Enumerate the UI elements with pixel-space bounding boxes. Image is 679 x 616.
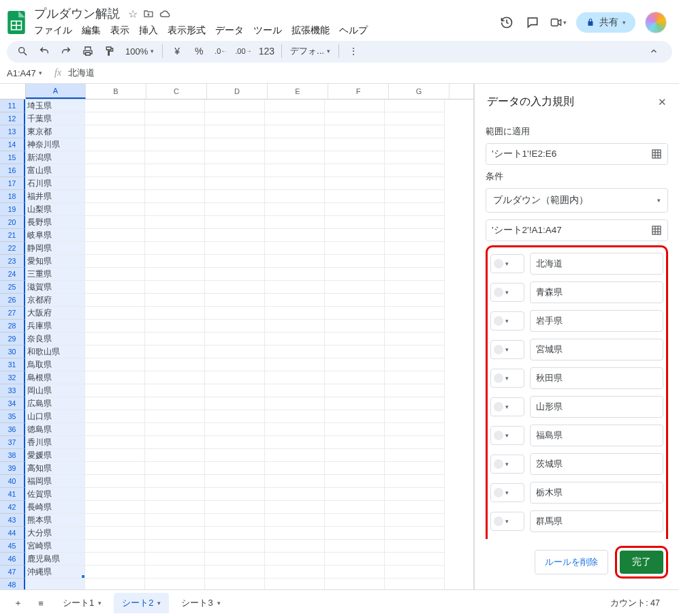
cell[interactable] [325,229,385,242]
cell[interactable] [325,358,385,371]
cell[interactable] [85,514,145,527]
search-icon[interactable] [15,44,30,59]
grid-row[interactable]: 47沖縄県 [0,566,473,579]
row-header[interactable]: 36 [0,423,25,436]
cell[interactable] [205,566,265,579]
cell[interactable] [205,99,265,112]
col-header-G[interactable]: G [389,84,449,99]
cell[interactable]: 愛知県 [25,255,85,268]
grid-row[interactable]: 17石川県 [0,177,473,190]
cell[interactable] [385,177,445,190]
cell[interactable] [265,281,325,294]
decrease-decimal-icon[interactable]: .0← [213,44,228,59]
cell[interactable] [205,333,265,345]
cell[interactable] [265,384,325,397]
cell[interactable] [265,151,325,164]
cell[interactable] [325,125,385,138]
print-icon[interactable] [80,44,95,59]
row-header[interactable]: 40 [0,475,25,488]
sheets-logo[interactable] [7,10,26,35]
cell[interactable] [145,449,205,462]
cell[interactable] [145,488,205,501]
cell[interactable] [385,281,445,294]
cell[interactable] [85,203,145,216]
row-header[interactable]: 35 [0,410,25,423]
grid-row[interactable]: 48 [0,579,473,589]
cell[interactable] [85,397,145,410]
cell[interactable] [265,449,325,462]
cell[interactable]: 熊本県 [25,514,85,527]
cell[interactable]: 岡山県 [25,384,85,397]
cell[interactable] [85,151,145,164]
cell[interactable]: 宮崎県 [25,540,85,553]
menu-help[interactable]: ヘルプ [339,25,368,37]
cell[interactable] [325,99,385,112]
cell[interactable]: 広島県 [25,397,85,410]
row-header[interactable]: 16 [0,164,25,177]
cell[interactable] [325,488,385,501]
grid-row[interactable]: 20長野県 [0,216,473,229]
cell[interactable]: 石川県 [25,177,85,190]
option-value-input[interactable]: 福島県 [530,425,663,446]
cell[interactable] [145,540,205,553]
cell[interactable]: 神奈川県 [25,138,85,151]
cell[interactable] [205,255,265,268]
cell[interactable] [205,281,265,294]
row-header[interactable]: 44 [0,527,25,540]
col-header-A[interactable]: A [26,84,86,99]
zoom-select[interactable]: 100%▾ [124,46,155,57]
cell[interactable] [205,229,265,242]
delete-rule-button[interactable]: ルールを削除 [535,550,608,574]
row-header[interactable]: 21 [0,229,25,242]
cell[interactable] [145,164,205,177]
option-value-input[interactable]: 栃木県 [530,482,663,504]
move-icon[interactable] [143,8,154,19]
cell[interactable]: 和歌山県 [25,345,85,358]
row-header[interactable]: 43 [0,514,25,527]
cell[interactable] [325,268,385,281]
menu-edit[interactable]: 編集 [82,25,101,37]
condition-select[interactable]: プルダウン（範囲内）▾ [486,188,668,213]
cell[interactable] [385,333,445,345]
cell[interactable] [385,307,445,320]
collapse-toolbar-icon[interactable] [646,44,664,59]
grid-row[interactable]: 19山梨県 [0,203,473,216]
row-header[interactable]: 27 [0,307,25,320]
row-header[interactable]: 41 [0,488,25,501]
cell[interactable] [145,268,205,281]
cell[interactable] [325,566,385,579]
cell[interactable] [385,423,445,436]
menu-extensions[interactable]: 拡張機能 [291,25,330,37]
option-color-chip[interactable]: ▾ [490,512,524,531]
cell[interactable] [385,553,445,566]
cell[interactable] [145,333,205,345]
cell[interactable] [205,488,265,501]
cell[interactable] [85,579,145,589]
cell[interactable] [385,125,445,138]
cell[interactable] [205,151,265,164]
cell[interactable] [145,397,205,410]
cell[interactable] [325,449,385,462]
cell[interactable] [265,255,325,268]
grid-row[interactable]: 35山口県 [0,410,473,423]
currency-icon[interactable]: ¥ [170,44,185,59]
cell[interactable] [325,397,385,410]
grid[interactable]: A B C D E F G 11埼玉県12千葉県13東京都14神奈川県15新潟県… [0,84,474,589]
grid-row[interactable]: 44大分県 [0,527,473,540]
sheet-tab-3[interactable]: シート3▾ [173,593,228,613]
cell[interactable] [85,164,145,177]
grid-row[interactable]: 26京都府 [0,294,473,307]
cell[interactable] [205,164,265,177]
cell[interactable] [385,397,445,410]
cell[interactable]: 富山県 [25,164,85,177]
cell[interactable]: 長崎県 [25,501,85,514]
meet-icon[interactable]: ▾ [550,14,567,31]
cell[interactable] [325,384,385,397]
cell[interactable] [205,371,265,384]
grid-row[interactable]: 46鹿児島県 [0,553,473,566]
cell[interactable] [265,540,325,553]
name-box[interactable]: A1:A47▾ [7,68,48,78]
cell[interactable] [85,177,145,190]
cell[interactable] [145,229,205,242]
grid-row[interactable]: 21岐阜県 [0,229,473,242]
